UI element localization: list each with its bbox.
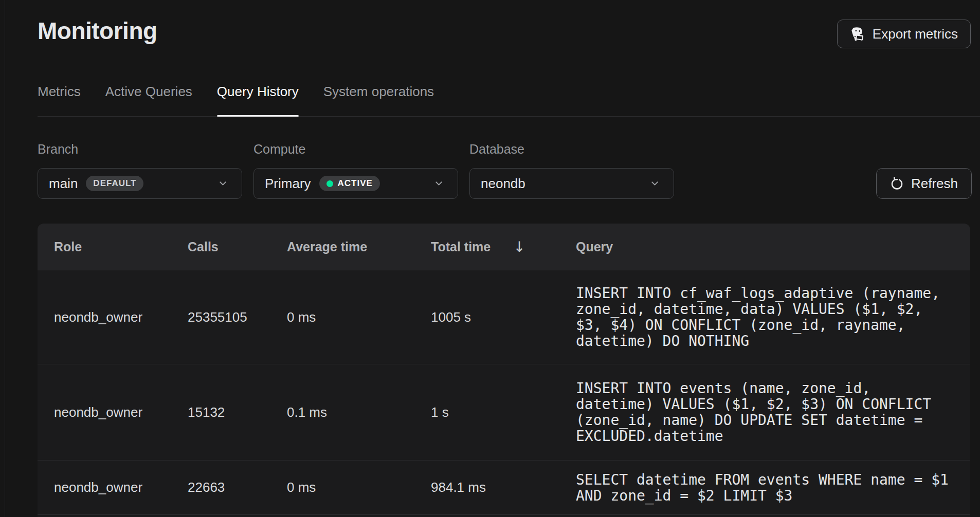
branch-label: Branch (38, 141, 242, 157)
branch-select[interactable]: main DEFAULT (38, 168, 242, 199)
datadog-icon (850, 26, 866, 42)
content-left-divider (5, 0, 5, 517)
tab-metrics[interactable]: Metrics (38, 83, 81, 116)
chevron-down-icon (649, 178, 660, 189)
tab-active-queries[interactable]: Active Queries (105, 83, 192, 116)
database-label: Database (469, 141, 674, 157)
chevron-down-icon (433, 178, 444, 189)
column-header-role[interactable]: Role (38, 239, 188, 254)
cell-calls: 15132 (188, 404, 287, 420)
query-history-table: Role Calls Average time Total time ↓ Que… (38, 224, 970, 517)
export-metrics-label: Export metrics (873, 26, 958, 42)
table-row[interactable]: neondb_owner 15132 0.1 ms 1 s INSERT INT… (38, 364, 970, 460)
chevron-down-icon (217, 178, 228, 189)
column-header-query[interactable]: Query (576, 239, 970, 254)
filter-database: Database neondb (469, 141, 674, 199)
monitoring-page: Monitoring Export metr (38, 0, 980, 517)
branch-value: main (49, 176, 78, 192)
table-row[interactable]: neondb_owner 25355105 0 ms 1005 s INSERT… (38, 270, 970, 364)
column-header-average-time[interactable]: Average time (287, 239, 431, 254)
cell-query: INSERT INTO cf_waf_logs_adaptive (raynam… (576, 285, 970, 349)
column-header-calls[interactable]: Calls (188, 239, 287, 254)
cell-average-time: 0.1 ms (287, 404, 431, 420)
refresh-icon (890, 177, 904, 191)
tab-query-history[interactable]: Query History (217, 83, 299, 116)
cell-total-time: 1 s (431, 404, 576, 420)
status-dot (326, 180, 333, 187)
tab-system-operations[interactable]: System operations (323, 83, 434, 116)
active-badge: ACTIVE (319, 176, 380, 191)
refresh-button[interactable]: Refresh (876, 168, 972, 199)
export-metrics-button[interactable]: Export metrics (837, 20, 971, 48)
cell-query: SELECT datetime FROM events WHERE name =… (576, 472, 970, 504)
refresh-label: Refresh (911, 176, 958, 192)
column-header-total-time[interactable]: Total time ↓ (431, 238, 576, 255)
arrow-down-icon: ↓ (513, 238, 525, 255)
cell-role: neondb_owner (38, 479, 188, 495)
cell-average-time: 0 ms (287, 309, 431, 325)
cell-total-time: 984.1 ms (431, 479, 576, 495)
cell-query: INSERT INTO events (name, zone_id, datet… (576, 380, 970, 444)
database-value: neondb (481, 176, 525, 192)
monitoring-tabs: Metrics Active Queries Query History Sys… (38, 83, 980, 117)
filter-compute: Compute Primary ACTIVE (253, 141, 458, 199)
table-row-partial[interactable] (38, 514, 970, 517)
cell-calls: 22663 (188, 479, 287, 495)
database-select[interactable]: neondb (469, 168, 674, 199)
table-header: Role Calls Average time Total time ↓ Que… (38, 224, 970, 270)
compute-label: Compute (253, 141, 458, 157)
table-row[interactable]: neondb_owner 22663 0 ms 984.1 ms SELECT … (38, 460, 970, 514)
default-badge: DEFAULT (86, 176, 143, 191)
compute-select[interactable]: Primary ACTIVE (253, 168, 458, 199)
page-title: Monitoring (38, 17, 157, 44)
cell-average-time: 0 ms (287, 479, 431, 495)
cell-role: neondb_owner (38, 309, 188, 325)
cell-role: neondb_owner (38, 404, 188, 420)
filter-branch: Branch main DEFAULT (38, 141, 242, 199)
filters-bar: Branch main DEFAULT Compute Primary ACTI… (38, 141, 980, 199)
cell-total-time: 1005 s (431, 309, 576, 325)
cell-calls: 25355105 (188, 309, 287, 325)
compute-value: Primary (265, 176, 311, 192)
page-header: Monitoring Export metr (38, 0, 980, 48)
